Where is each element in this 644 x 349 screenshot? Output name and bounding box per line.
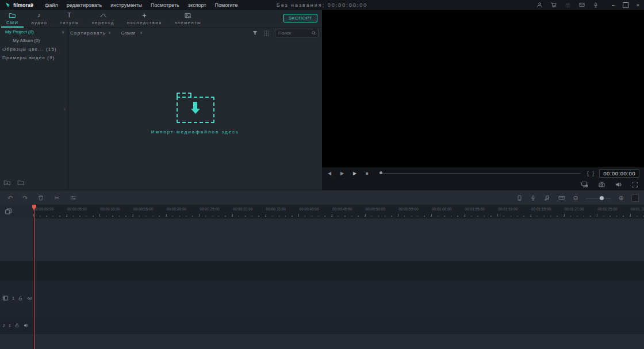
ruler-segment[interactable]: 00:00:25:00 — [199, 205, 232, 218]
app-logo: filmora9 — [5, 2, 33, 8]
ruler-segment[interactable]: 00:00:35:00 — [266, 205, 299, 218]
timeline-drop-strip[interactable] — [0, 261, 644, 281]
ruler-segment[interactable]: 00:00:15:00 — [133, 205, 166, 218]
menu-export[interactable]: экспорт — [188, 2, 206, 8]
sidebar-item-my-project[interactable]: My Project (0) ∨ — [0, 28, 68, 36]
audio-track-row[interactable] — [0, 317, 644, 334]
ruler-segment[interactable]: 00:01:20:00 — [564, 205, 597, 218]
add-folder-icon[interactable] — [3, 179, 11, 186]
eye-visibility-icon[interactable] — [26, 296, 33, 301]
sidebar-item-sample-video[interactable]: Примеры видео (9) — [0, 53, 68, 62]
media-toolbar-right — [252, 29, 319, 37]
store-cart-icon[interactable] — [550, 2, 557, 8]
volume-icon[interactable] — [615, 181, 622, 188]
search-icon[interactable] — [311, 30, 316, 36]
timeline-empty-area[interactable] — [0, 218, 644, 261]
ruler-segment[interactable]: 00:01:30:00 — [630, 205, 644, 218]
grid-view-icon[interactable] — [263, 30, 270, 36]
ruler-segment[interactable]: 00:00:45:00 — [332, 205, 365, 218]
voiceover-mic-icon[interactable] — [530, 194, 536, 202]
ruler-segment[interactable]: 00:00:40:00 — [298, 205, 332, 218]
timeline-bottom-area[interactable] — [0, 334, 644, 349]
maximize-button[interactable] — [623, 2, 628, 8]
menu-edit[interactable]: редактировать — [67, 2, 102, 8]
zoom-slider-thumb[interactable] — [600, 196, 604, 200]
record-dropdown[interactable]: Gravar ∨ — [121, 30, 143, 36]
ruler-segment[interactable]: 00:00:30:00 — [232, 205, 266, 218]
split-scissors-icon[interactable]: ✂ — [54, 195, 59, 201]
video-track-row[interactable] — [0, 281, 644, 317]
display-settings-icon[interactable] — [581, 181, 589, 188]
tab-elements[interactable]: элементы — [168, 10, 208, 27]
microphone-icon[interactable] — [593, 2, 599, 9]
filter-icon[interactable] — [252, 30, 258, 36]
collapse-sidebar-icon[interactable]: ‹ — [64, 106, 66, 112]
titles-icon: T — [67, 11, 72, 19]
minimize-button[interactable]: – — [612, 2, 615, 8]
sidebar-item-my-album[interactable]: My Album (0) — [0, 36, 68, 45]
ruler-timecode-label: 00:00:35:00 — [266, 207, 286, 211]
tab-transitions[interactable]: переход — [86, 10, 121, 27]
record-device-icon[interactable] — [516, 194, 523, 202]
menu-file[interactable]: файл — [45, 2, 58, 8]
mark-in-icon[interactable]: { — [585, 170, 591, 177]
undo-icon[interactable]: ↶ — [7, 195, 13, 201]
mail-icon[interactable] — [578, 2, 585, 8]
mark-out-icon[interactable]: } — [591, 170, 596, 177]
play-button[interactable]: ▶ — [340, 171, 353, 176]
ruler-segment[interactable]: 00:00:55:00 — [398, 205, 431, 218]
previous-frame-button[interactable]: ◀ — [328, 171, 340, 176]
playhead-handle[interactable] — [32, 205, 36, 210]
sidebar-item-sample-colors[interactable]: Образцы цве... (15) — [0, 45, 68, 53]
next-frame-button[interactable]: ▶ — [353, 171, 366, 176]
render-preview-icon[interactable] — [558, 194, 566, 201]
ruler-segment[interactable]: 00:01:15:00 — [531, 205, 564, 218]
folder-icon[interactable] — [17, 179, 25, 186]
crop-settings-icon[interactable] — [70, 194, 77, 201]
audio-track-icon: ♪ — [2, 323, 5, 328]
video-viewport[interactable] — [322, 10, 644, 167]
zoom-in-icon[interactable]: ⊕ — [619, 194, 624, 202]
redo-icon[interactable]: ↷ — [22, 195, 28, 201]
timeline-ruler[interactable]: 00:00:00:0000:00:05:0000:00:10:0000:00:1… — [33, 205, 644, 218]
tab-media[interactable]: СМИ — [0, 10, 25, 27]
ruler-segment[interactable]: 00:01:00:00 — [431, 205, 465, 218]
timeline-zoom-slider[interactable] — [586, 195, 611, 201]
ruler-segment[interactable]: 00:01:25:00 — [597, 205, 630, 218]
ruler-segment[interactable]: 00:01:10:00 — [497, 205, 531, 218]
ruler-segment[interactable]: 00:00:50:00 — [365, 205, 398, 218]
scrubber-handle[interactable] — [379, 171, 382, 174]
promo-icon[interactable] — [565, 2, 571, 8]
close-button[interactable]: × — [637, 2, 639, 8]
export-button[interactable]: ЭКСПОРТ — [283, 14, 317, 22]
menu-view[interactable]: Посмотреть — [151, 2, 179, 8]
menu-help[interactable]: Помогите — [215, 2, 238, 8]
lock-icon[interactable] — [14, 323, 20, 328]
mute-speaker-icon[interactable] — [23, 323, 29, 328]
lock-icon[interactable] — [18, 296, 23, 301]
video-track-icon — [2, 295, 9, 301]
stop-button[interactable]: ■ — [366, 171, 378, 176]
ruler-segment[interactable]: 00:00:00:00 — [33, 205, 67, 218]
manage-tracks-icon[interactable] — [5, 208, 12, 215]
delete-trash-icon[interactable] — [37, 194, 44, 201]
search-input[interactable] — [277, 30, 311, 36]
preview-scrubber[interactable] — [379, 167, 581, 179]
snapshot-camera-icon[interactable] — [598, 181, 605, 188]
ruler-segment[interactable]: 00:00:10:00 — [99, 205, 133, 218]
tab-effects[interactable]: последствия — [121, 10, 168, 27]
ruler-segment[interactable]: 00:00:05:00 — [67, 205, 100, 218]
video-track-header: 1 — [2, 295, 33, 301]
ruler-segment[interactable]: 00:01:05:00 — [465, 205, 498, 218]
sort-dropdown[interactable]: Сортировать ∨ — [70, 30, 112, 36]
ruler-segment[interactable]: 00:00:20:00 — [166, 205, 200, 218]
import-media-dropzone[interactable]: Импорт медиафайлов здесь — [68, 97, 322, 135]
tab-audio[interactable]: ♪ аудио — [25, 10, 53, 27]
menu-tools[interactable]: инструменты — [110, 2, 142, 8]
zoom-out-icon[interactable]: ⊖ — [573, 194, 578, 202]
fullscreen-icon[interactable] — [631, 181, 638, 188]
audio-mixer-icon[interactable] — [543, 194, 550, 201]
zoom-to-fit-button[interactable] — [631, 194, 639, 202]
tab-titles[interactable]: T титулы — [53, 10, 86, 27]
account-icon[interactable] — [536, 2, 543, 8]
